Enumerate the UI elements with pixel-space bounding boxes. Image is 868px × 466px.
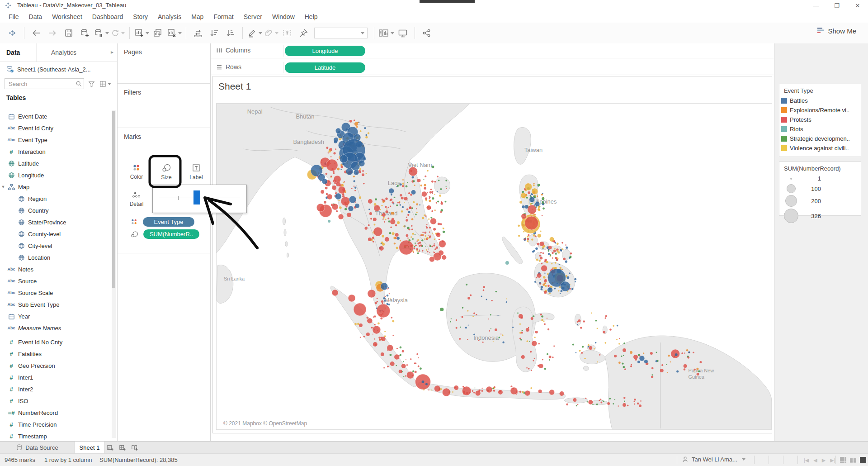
map-mark[interactable] xyxy=(488,319,489,319)
map-mark[interactable] xyxy=(377,322,380,324)
map-mark[interactable] xyxy=(375,198,377,200)
paperclip-button[interactable] xyxy=(263,25,278,41)
map-mark[interactable] xyxy=(321,190,324,194)
map-mark[interactable] xyxy=(348,295,355,302)
tab-data-source[interactable]: Data Source xyxy=(0,442,75,453)
map-mark[interactable] xyxy=(393,237,396,239)
map-mark[interactable] xyxy=(604,317,606,319)
tableau-home-icon[interactable] xyxy=(5,25,20,41)
map-mark[interactable] xyxy=(651,374,653,376)
map-mark[interactable] xyxy=(534,281,536,283)
map-mark[interactable] xyxy=(544,368,546,370)
map-mark[interactable] xyxy=(382,235,384,238)
map-mark[interactable] xyxy=(332,290,338,296)
map-mark[interactable] xyxy=(390,219,396,224)
field-country[interactable]: Country xyxy=(0,204,110,216)
menu-analysis[interactable]: Analysis xyxy=(153,13,186,20)
menu-worksheet[interactable]: Worksheet xyxy=(47,13,87,20)
map-mark[interactable] xyxy=(512,327,514,328)
map-mark[interactable] xyxy=(525,216,538,230)
map-mark[interactable] xyxy=(414,185,415,186)
map-mark[interactable] xyxy=(540,242,544,246)
map-mark[interactable] xyxy=(429,252,430,253)
map-mark[interactable] xyxy=(410,194,412,196)
map-mark[interactable] xyxy=(429,196,429,197)
map-mark[interactable] xyxy=(572,343,574,345)
map-mark[interactable] xyxy=(354,303,366,316)
map-mark[interactable] xyxy=(643,352,644,354)
map-mark[interactable] xyxy=(491,328,491,329)
map-mark[interactable] xyxy=(550,237,554,242)
map-mark[interactable] xyxy=(373,241,374,243)
map-mark[interactable] xyxy=(385,206,387,208)
map-mark[interactable] xyxy=(399,201,400,202)
map-mark[interactable] xyxy=(531,238,533,240)
map-mark[interactable] xyxy=(406,185,408,187)
map-mark[interactable] xyxy=(344,208,347,210)
map-mark[interactable] xyxy=(412,233,414,234)
map-mark[interactable] xyxy=(401,364,406,368)
map-mark[interactable] xyxy=(557,269,561,273)
map-mark[interactable] xyxy=(418,357,419,358)
field-map[interactable]: ▼Map xyxy=(0,181,110,193)
map-mark[interactable] xyxy=(392,335,394,336)
map-mark[interactable] xyxy=(630,351,632,354)
map-mark[interactable] xyxy=(613,325,614,327)
map-mark[interactable] xyxy=(359,168,361,170)
map-mark[interactable] xyxy=(603,331,605,333)
menu-dashboard[interactable]: Dashboard xyxy=(87,13,128,20)
map-mark[interactable] xyxy=(552,257,553,259)
map-mark[interactable] xyxy=(388,300,389,301)
map-mark[interactable] xyxy=(573,398,576,402)
map-mark[interactable] xyxy=(540,288,542,290)
columns-shelf[interactable]: Columns Longitude xyxy=(211,43,774,58)
map-mark[interactable] xyxy=(381,352,384,356)
map-mark[interactable] xyxy=(537,195,538,197)
map-mark[interactable] xyxy=(328,150,330,152)
field-location[interactable]: Location xyxy=(0,252,110,263)
map-mark[interactable] xyxy=(528,234,529,236)
map-mark[interactable] xyxy=(698,371,700,372)
map-mark[interactable] xyxy=(415,234,415,235)
map-mark[interactable] xyxy=(552,357,553,358)
field-source-scale[interactable]: AbcSource Scale xyxy=(0,287,110,299)
map-mark[interactable] xyxy=(443,231,445,233)
close-button[interactable]: ✕ xyxy=(847,0,868,11)
map-mark[interactable] xyxy=(529,341,530,342)
map-mark[interactable] xyxy=(416,208,417,209)
map-mark[interactable] xyxy=(548,246,552,249)
field-latitude[interactable]: Latitude xyxy=(0,157,110,169)
map-mark[interactable] xyxy=(510,387,518,395)
field-numberrecord[interactable]: =#NumberRecord xyxy=(0,407,110,418)
map-mark[interactable] xyxy=(368,209,370,210)
pause-updates-caret[interactable] xyxy=(105,32,109,34)
map-mark[interactable] xyxy=(553,345,555,347)
field-event-type[interactable]: AbcEvent Type xyxy=(0,134,110,146)
map-mark[interactable] xyxy=(535,331,538,333)
map-mark[interactable] xyxy=(428,390,429,391)
map-mark[interactable] xyxy=(335,193,341,200)
map-mark[interactable] xyxy=(372,237,374,239)
map-mark[interactable] xyxy=(368,199,373,204)
map-mark[interactable] xyxy=(521,214,527,219)
field-geo-precision[interactable]: #Geo Precision xyxy=(0,360,110,371)
map-mark[interactable] xyxy=(570,256,572,258)
map-mark[interactable] xyxy=(328,220,330,223)
map-mark[interactable] xyxy=(440,188,442,190)
map-mark[interactable] xyxy=(521,193,526,198)
map-mark[interactable] xyxy=(432,233,433,234)
map-mark[interactable] xyxy=(543,321,545,322)
map-mark[interactable] xyxy=(697,373,699,376)
map-mark[interactable] xyxy=(528,191,530,194)
map-mark[interactable] xyxy=(432,193,433,194)
map-mark[interactable] xyxy=(384,221,385,223)
map-mark[interactable] xyxy=(440,223,442,225)
map-mark[interactable] xyxy=(437,191,438,192)
map-mark[interactable] xyxy=(560,391,564,396)
map-mark[interactable] xyxy=(395,233,399,237)
map-mark[interactable] xyxy=(368,224,370,226)
map-mark[interactable] xyxy=(359,323,363,327)
map-mark[interactable] xyxy=(442,388,450,396)
map-mark[interactable] xyxy=(688,357,690,359)
map-mark[interactable] xyxy=(416,212,417,213)
